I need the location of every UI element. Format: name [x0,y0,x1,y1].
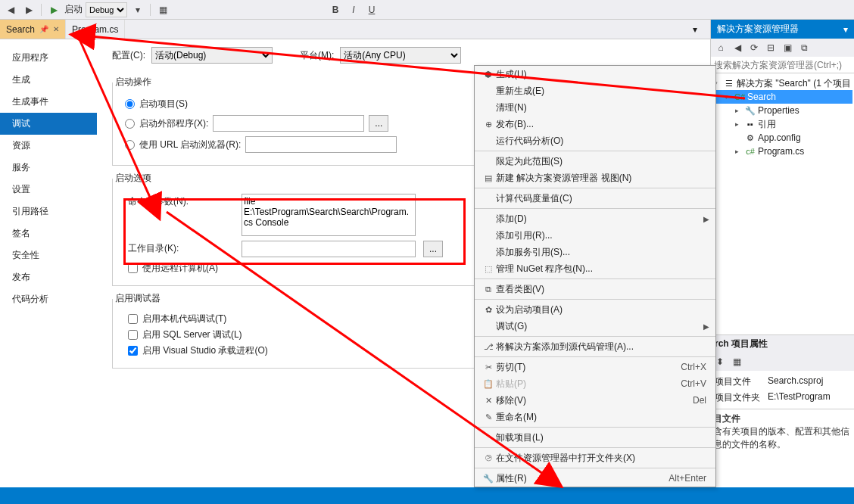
forward-icon[interactable]: ▶ [21,2,36,17]
radio-external[interactable] [125,119,135,129]
folder-icon: ⧁ [481,453,496,463]
nav-app[interactable]: 应用程序 [0,47,97,69]
solution-root[interactable]: ▿☰解决方案 "Search" (1 个项目 [712,76,852,90]
italic-icon[interactable]: I [346,2,361,17]
properties-icon[interactable]: ⧉ [797,41,811,54]
main-toolbar: ◀ ▶ ▶ 启动 Debug ▾ ▦ B I U [0,0,854,20]
menu-add[interactable]: 添加(D)▶ [475,210,715,227]
config-select[interactable]: 活动(Debug) [151,47,273,64]
programcs-node[interactable]: ▸c#Program.cs [712,145,852,158]
start-label[interactable]: 启动 [64,3,83,16]
config-dropdown[interactable]: Debug [86,2,127,17]
tab-overflow[interactable]: ▾ [687,20,703,39]
radio-start-project[interactable] [125,99,135,109]
menu-paste[interactable]: 📋粘贴(P)Ctrl+V [475,375,715,392]
remote-checkbox[interactable] [128,263,138,273]
start-icon[interactable]: ▶ [46,2,61,17]
file-icon: ▤ [481,173,496,183]
menu-nuget[interactable]: ⬚管理 NuGet 程序包(N)... [475,260,715,277]
remove-icon: ✕ [481,396,496,406]
radio-url[interactable] [125,140,135,150]
properties-panel: rch 项目属性 ⬍▦ 项目文件Search.csproj 项目文件夹E:\Te… [710,334,854,454]
menu-rebuild[interactable]: 重新生成(E) [475,82,715,99]
menu-clean[interactable]: 清理(N) [475,99,715,116]
tool-icon-1[interactable]: ▦ [155,2,170,17]
workdir-input[interactable] [242,241,416,257]
appconfig-node[interactable]: ⚙App.config [712,131,852,145]
nav-settings[interactable]: 设置 [0,179,97,201]
browse-button[interactable]: ... [369,115,388,132]
menu-unload[interactable]: 卸载项目(L) [475,429,715,446]
hosting-checkbox[interactable] [128,346,138,356]
nav-resources[interactable]: 资源 [0,135,97,157]
menu-newview[interactable]: ▤新建 解决方案资源管理器 视图(N) [475,170,715,186]
nav-signing[interactable]: 签名 [0,222,97,244]
menu-rename[interactable]: ✎重命名(M) [475,409,715,425]
project-context-menu: ⬢生成(U) 重新生成(E) 清理(N) ⊕发布(B)... 运行代码分析(O)… [474,65,716,487]
bold-icon[interactable]: B [328,2,343,17]
menu-addref[interactable]: 添加引用(R)... [475,227,715,244]
menu-properties[interactable]: 🔧属性(R)Alt+Enter [475,470,715,487]
solution-tree: ▿☰解决方案 "Search" (1 个项目 ▿C#Search ▸🔧Prope… [711,73,854,161]
menu-scm[interactable]: ⎇将解决方案添加到源代码管理(A)... [475,338,715,355]
underline-icon[interactable]: U [364,2,379,17]
rename-icon: ✎ [481,412,496,422]
nav-debug[interactable]: 调试 [0,113,97,135]
toolbar-dropdown-icon[interactable]: ▾ [130,2,145,17]
menu-startup[interactable]: ✿设为启动项目(A) [475,301,715,318]
platform-select[interactable]: 活动(Any CPU) [340,47,461,64]
back-icon[interactable]: ◀ [3,2,18,17]
home-icon[interactable]: ⌂ [714,41,728,54]
menu-analyze[interactable]: 运行代码分析(O) [475,132,715,149]
showall-icon[interactable]: ▣ [781,41,794,54]
refresh-icon[interactable]: ⟳ [747,41,761,54]
menu-cut[interactable]: ✂剪切(T)Ctrl+X [475,359,715,375]
pin-icon[interactable]: 📌 [39,25,48,33]
solution-search[interactable] [711,57,854,73]
cmdargs-input[interactable]: file E:\TestProgram\Search\Search\Progra… [242,194,416,236]
project-properties-nav: 应用程序 生成 生成事件 调试 资源 服务 设置 引用路径 签名 安全性 发布 … [0,39,97,504]
nav-security[interactable]: 安全性 [0,244,97,266]
prop-name: 项目文件 [715,375,768,388]
platform-label: 平台(M): [300,49,334,62]
references-node[interactable]: ▸▪▪引用 [712,117,852,131]
grid-icon[interactable]: ▦ [730,355,743,369]
menu-publish[interactable]: ⊕发布(B)... [475,116,715,132]
menu-codemetric[interactable]: 计算代码度量值(C) [475,190,715,207]
project-node[interactable]: ▿C#Search [712,90,852,104]
external-path-input[interactable] [213,115,364,132]
properties-node[interactable]: ▸🔧Properties [712,104,852,117]
url-input[interactable] [245,136,397,153]
workdir-label: 工作目录(K): [128,241,234,255]
sql-debug-checkbox[interactable] [128,330,138,340]
nav-build[interactable]: 生成 [0,69,97,91]
solution-icon: ☰ [724,79,734,89]
prop-desc-title: 目文件 [713,413,740,424]
menu-debug[interactable]: 调试(G)▶ [475,318,715,334]
tab-search[interactable]: Search 📌 ✕ [0,20,66,39]
workdir-browse-button[interactable]: ... [423,241,443,257]
collapse-icon[interactable]: ⊟ [764,41,778,54]
chevron-down-icon[interactable]: ▾ [843,24,848,35]
nav-services[interactable]: 服务 [0,157,97,179]
cmdargs-label: 命令行参数(N): [128,194,234,208]
menu-classview[interactable]: ⧉查看类图(V) [475,281,715,297]
menu-openfolder[interactable]: ⧁在文件资源管理器中打开文件夹(X) [475,450,715,466]
tab-program[interactable]: Program.cs [66,20,125,39]
nav-buildevents[interactable]: 生成事件 [0,91,97,113]
menu-remove[interactable]: ✕移除(V)Del [475,392,715,409]
nav-analysis[interactable]: 代码分析 [0,288,97,310]
close-icon[interactable]: ✕ [53,25,59,33]
menu-build[interactable]: ⬢生成(U) [475,66,715,82]
back-icon[interactable]: ◀ [731,41,744,54]
menu-addsvc[interactable]: 添加服务引用(S)... [475,244,715,260]
properties-title: rch 项目属性 [710,335,854,353]
native-debug-checkbox[interactable] [128,314,138,324]
solution-search-input[interactable] [714,60,851,70]
nav-refpaths[interactable]: 引用路径 [0,201,97,222]
nuget-icon: ⬚ [481,264,496,274]
config-label: 配置(C): [112,49,145,62]
menu-scope[interactable]: 限定为此范围(S) [475,153,715,170]
nav-publish[interactable]: 发布 [0,266,97,288]
solution-explorer: 解决方案资源管理器▾ ⌂ ◀ ⟳ ⊟ ▣ ⧉ ▿☰解决方案 "Search" (… [710,20,854,489]
